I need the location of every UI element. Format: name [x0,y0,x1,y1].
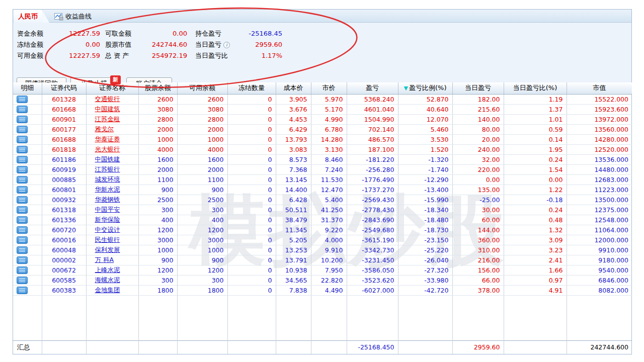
position-row[interactable]: 601186中国铁建1600160008.5738.460-181.220-1.… [13,154,632,164]
position-row[interactable]: 601328交通银行2600260003.9055.9705368.24052.… [13,94,632,104]
position-row[interactable]: 600585海螺水泥300300034.56522.820-3523.620-3… [13,275,632,285]
detail-list-icon[interactable] [17,186,28,194]
cell-name[interactable]: 雅戈尔 [86,124,138,134]
cell-name[interactable]: 中国铁建 [86,154,138,164]
detail-list-icon[interactable] [17,236,28,244]
column-header[interactable]: 股票余额 [138,82,177,94]
detail-list-icon[interactable] [17,287,28,294]
account-summary: 资金余额 12227.59 可取金额 0.00 持仓盈亏 -25168.45 冻… [13,23,631,82]
cell-pnl-percent: -33.980 [398,275,452,285]
withdrawable-label: 可取金额 [105,29,131,39]
position-row[interactable]: 601336新华保险400400038.47931.370-2843.690-1… [13,215,632,225]
detail-list-icon[interactable] [17,166,28,173]
position-row[interactable]: 600383金地集团1800180007.8384.490-6027.000-4… [13,285,632,295]
cell-name[interactable]: 中国建筑 [86,104,138,114]
detail-list-icon[interactable] [17,96,28,103]
detail-list-icon[interactable] [17,256,28,264]
detail-list-icon[interactable] [17,136,28,143]
cell-detail [13,275,42,285]
position-row[interactable]: 600177雅戈尔2000200006.4296.780702.1405.460… [13,124,632,134]
detail-list-icon[interactable] [17,196,28,204]
detail-list-icon[interactable] [17,146,28,153]
cell-market-price: 4.990 [311,114,347,124]
position-row[interactable]: 600016民生银行3000300005.2054.000-3615.190-2… [13,235,632,245]
detail-list-icon[interactable] [17,156,28,163]
tab-rmb[interactable]: 人民币 [14,10,43,23]
cell-name[interactable]: 海螺水泥 [86,275,138,285]
cell-name[interactable]: 中交设计 [86,225,138,235]
position-row[interactable]: 600048保利发展10001000013.2539.910-3342.730-… [13,245,632,255]
cell-market-value: 9540.000 [567,265,632,275]
cell-name[interactable]: 华泰证券 [86,134,138,144]
column-header[interactable]: 可用余额 [177,82,227,94]
cell-pnl: -3523.620 [347,275,398,285]
column-header[interactable]: 证券代码 [42,82,86,94]
cell-name[interactable]: 中国平安 [86,205,138,215]
tab-profit-curve[interactable]: 收益曲线 [54,12,92,22]
cell-frozen: 0 [227,104,276,114]
column-header[interactable]: 市价 [311,82,347,94]
cell-name[interactable]: 交通银行 [86,94,138,104]
position-row[interactable]: 000932华菱钢铁2500250006.4285.400-2569.430-1… [13,195,632,205]
cell-balance: 1600 [138,154,177,164]
position-row[interactable]: 601668中国建筑3080308003.6765.1704601.04040.… [13,104,632,114]
position-row[interactable]: 000672上峰水泥12001200010.9387.950-3586.050-… [13,265,632,275]
column-header[interactable]: 盈亏 [347,82,398,94]
cell-name[interactable]: 民生银行 [86,235,138,245]
position-row[interactable]: 601818光大银行4000400003.0833.130187.1001.52… [13,144,632,154]
position-row[interactable]: 600901江苏金租2800280004.4534.9901504.99012.… [13,114,632,124]
cell-market-price: 5.400 [311,195,347,205]
cell-name[interactable]: 万 科A [86,255,138,265]
cell-pnl-percent: -13.400 [398,185,452,195]
detail-list-icon[interactable] [17,126,28,133]
column-header[interactable]: ▼盈亏比例(%) [398,82,452,94]
cell-name[interactable]: 上峰水泥 [86,265,138,275]
cell-name[interactable]: 江苏金租 [86,114,138,124]
cell-day-pnl: -25.00 [452,195,504,205]
column-header[interactable]: 当日盈亏比(%) [504,82,567,94]
position-row[interactable]: 000002万 科A900900013.79110.200-3231.450-2… [13,255,632,265]
cell-code: 000932 [42,195,86,205]
column-header[interactable]: 当日盈亏 [452,82,504,94]
detail-list-icon[interactable] [17,246,28,254]
cell-name[interactable]: 华菱钢铁 [86,195,138,205]
detail-list-icon[interactable] [17,106,28,113]
cell-available: 1600 [177,154,227,164]
cell-frozen: 0 [227,205,276,215]
detail-list-icon[interactable] [17,176,28,184]
cell-name[interactable]: 华新水泥 [86,185,138,195]
cell-name[interactable]: 光大银行 [86,144,138,154]
position-row[interactable]: 000885城发环境11001100013.14511.530-1776.490… [13,174,632,185]
column-header[interactable]: 冻结数量 [227,82,276,94]
column-header[interactable]: 明细 [13,82,42,94]
column-header[interactable]: 市值 [567,82,632,94]
cell-name[interactable]: 城发环境 [86,174,138,185]
position-row[interactable]: 600801华新水泥900900014.40012.470-1737.270-1… [13,185,632,195]
cell-available: 1100 [177,174,227,185]
cell-name[interactable]: 江苏银行 [86,164,138,174]
position-row[interactable]: 600919江苏银行2000200007.3687.240-256.280-1.… [13,164,632,174]
detail-list-icon[interactable] [17,116,28,123]
detail-list-icon[interactable] [17,216,28,224]
detail-list-icon[interactable] [17,226,28,234]
cell-name[interactable]: 保利发展 [86,245,138,255]
detail-list-icon[interactable] [17,266,28,274]
cell-market-price: 6.780 [311,124,347,134]
info-icon[interactable]: i [223,42,230,48]
cell-balance: 2800 [138,114,177,124]
detail-list-icon[interactable] [17,277,28,284]
cell-day-pnl: 66.00 [452,275,504,285]
cell-name[interactable]: 新华保险 [86,215,138,225]
position-row[interactable]: 601688华泰证券10001000013.79314.280486.5703.… [13,134,632,144]
cell-cost-price: 38.479 [276,215,311,225]
position-row[interactable]: 600720中交设计12001200011.3459.220-2549.680-… [13,225,632,235]
cell-detail [13,104,42,114]
cell-code: 000885 [42,174,86,185]
detail-list-icon[interactable] [17,206,28,214]
cell-code: 600720 [42,225,86,235]
column-header[interactable]: 成本价 [276,82,311,94]
cell-name[interactable]: 金地集团 [86,285,138,295]
cell-pnl-percent: -12.290 [398,174,452,185]
position-row[interactable]: 601318中国平安300300050.51141.250-2778.430-1… [13,205,632,215]
withdrawable-value: 0.00 [137,29,187,39]
